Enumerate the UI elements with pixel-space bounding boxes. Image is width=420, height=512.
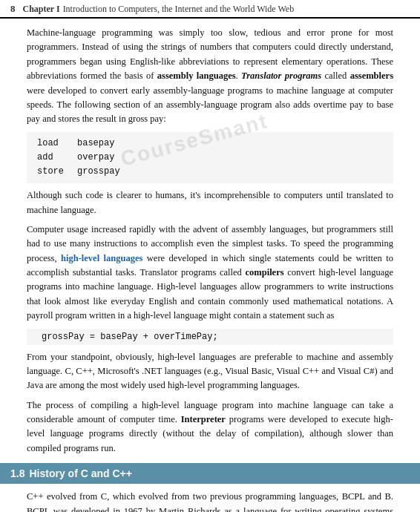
paragraph-1: Machine-language programming was simply … [27,26,393,127]
term-translator-programs: Translator programs [241,70,321,81]
section-title: History of C and C++ [29,467,131,479]
section-paragraph-1: C++ evolved from C, which evolved from t… [27,490,393,512]
chapter-label: Chapter I [23,4,60,15]
section-number: 1.8 [10,467,24,479]
page-number: 8 [10,3,16,15]
code-inline-grosspay: grossPay = basePay + overTimePay; [27,329,393,345]
page-header: 8 Chapter I Introduction to Computers, t… [0,0,420,19]
code-row: loadbasepay [37,137,134,151]
term-interpreter: Interpreter [181,414,226,424]
header-title: Introduction to Computers, the Internet … [63,4,295,15]
code-operand: basepay [77,137,134,151]
code-instruction: load [37,137,77,151]
code-table: loadbasepayaddoverpaystoregrosspay [37,137,134,180]
section-header-1-8: 1.8History of C and C++ [0,463,420,484]
code-instruction: add [37,151,77,165]
page: 8 Chapter I Introduction to Computers, t… [0,0,420,512]
code-row: storegrosspay [37,165,134,179]
term-assembly-languages: assembly languages [157,70,236,81]
code-row: addoverpay [37,151,134,165]
paragraph-5: The process of compiling a high-level la… [27,398,393,456]
term-compilers: compilers [246,267,284,278]
code-operand: overpay [77,151,134,165]
term-assemblers: assemblers [350,70,393,81]
paragraph-4: From your standpoint, obviously, high-le… [27,350,393,393]
code-block-assembly: loadbasepayaddoverpaystoregrosspay [27,132,393,184]
code-instruction: store [37,165,77,179]
term-high-level-languages: high-level languages [61,253,142,263]
paragraph-2: Although such code is clearer to humans,… [27,188,393,217]
paragraph-3: Computer usage increased rapidly with th… [27,223,393,324]
code-operand: grosspay [77,165,134,179]
main-content: CourseSmant Machine-language programming… [0,19,420,512]
